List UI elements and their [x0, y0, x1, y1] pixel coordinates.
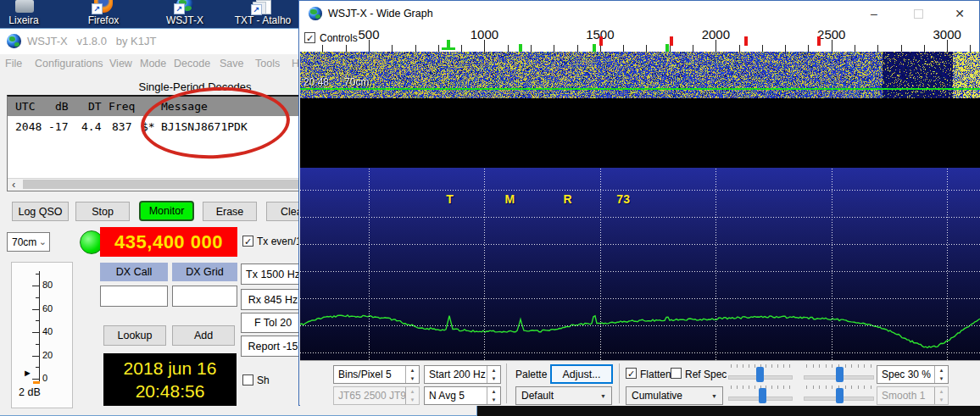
f-tol-spinner[interactable]: F Tol 20: [241, 313, 305, 333]
slider-tick: [858, 364, 859, 368]
dx-call-input[interactable]: [100, 286, 168, 307]
dropdown-arrow-icon: ▼: [711, 393, 717, 399]
time-value: 20:48:56: [136, 380, 205, 402]
window-title: WSJT-X v1.8.0 by K1JT: [27, 35, 156, 47]
slider-tick: [777, 364, 778, 368]
scale-tick: [670, 45, 671, 52]
slider-handle[interactable]: [759, 388, 766, 403]
scroll-left-icon[interactable]: ‹: [12, 178, 15, 191]
slider-tick: [871, 385, 871, 389]
spin-down-icon[interactable]: ▼: [487, 374, 500, 383]
palette-adjust-button[interactable]: Adjust...: [550, 364, 613, 384]
scale-tick: [716, 40, 716, 52]
waterfall-gain-slider[interactable]: [728, 364, 793, 385]
display-mode-dropdown[interactable]: Cumulative ▼: [626, 386, 723, 405]
lookup-button[interactable]: Lookup: [103, 325, 166, 346]
slider-tick: [731, 364, 732, 368]
desktop: Lixeira ↗ Firefox ↗ WSJT-X ↗ TXT - Atalh…: [0, 0, 980, 416]
tx-freq-spinner[interactable]: Tx 1500 Hz: [241, 263, 305, 285]
palette-dropdown[interactable]: Default ▼: [515, 386, 612, 405]
gridline: [300, 352, 980, 353]
menu-tools[interactable]: Tools: [255, 58, 280, 69]
dx-grid-input[interactable]: [172, 286, 237, 307]
sh-checkbox[interactable]: [242, 374, 253, 385]
slider-tick: [743, 385, 743, 389]
stop-button[interactable]: Stop: [75, 202, 130, 221]
close-button[interactable]: ✕: [940, 1, 979, 26]
spectrum-zero-slider[interactable]: [804, 385, 874, 406]
maximize-button[interactable]: [899, 1, 937, 26]
spec-percent-spinner[interactable]: Spec 30 % ▲▼: [877, 365, 949, 384]
menu-mode[interactable]: Mode: [140, 58, 166, 69]
report-spinner[interactable]: Report -15: [241, 336, 305, 357]
bins-pixel-spinner[interactable]: Bins/Pixel 5 ▲▼: [333, 365, 420, 384]
spin-up-icon[interactable]: ▲: [406, 366, 419, 374]
meter-minor-tick: [36, 344, 39, 345]
start-hz-spinner[interactable]: Start 200 Hz ▲▼: [424, 365, 501, 384]
gridline: [716, 168, 716, 360]
slider-tick: [826, 364, 827, 368]
waterfall-zero-slider[interactable]: [804, 364, 874, 385]
spectrum-gain-slider[interactable]: [728, 385, 793, 406]
col-freq: Freq: [109, 100, 135, 113]
menu-file[interactable]: File: [5, 58, 22, 69]
jt65-jt9-split-spinner: JT65 2500 JT9 ▲▼: [333, 386, 420, 405]
start-hz-value: Start 200 Hz: [425, 366, 487, 383]
slider-tick: [731, 385, 732, 389]
meter-tick: [32, 332, 39, 333]
palette-label: Palette: [515, 369, 547, 380]
scale-tick: [808, 45, 809, 52]
slider-tick: [749, 385, 749, 389]
add-button[interactable]: Add: [172, 325, 235, 346]
n-avg-spinner[interactable]: N Avg 5 ▲▼: [424, 386, 501, 405]
spin-up-icon[interactable]: ▲: [935, 366, 948, 374]
menu-save[interactable]: Save: [220, 58, 244, 69]
spin-down-icon[interactable]: ▼: [935, 374, 948, 383]
monitor-button[interactable]: Monitor: [139, 201, 194, 221]
menu-configurations[interactable]: Configurations: [35, 58, 103, 69]
meter-tick: [32, 309, 39, 310]
gridline: [300, 298, 980, 299]
band-select[interactable]: 70cm ⌄: [7, 232, 50, 252]
rx-freq-spinner[interactable]: Rx 845 Hz: [241, 289, 305, 310]
flatten-checkbox[interactable]: ✓: [626, 368, 637, 379]
tx-even-checkbox[interactable]: ✓: [242, 236, 253, 247]
cell-dt: 4.4: [81, 120, 101, 133]
red-marker: [670, 36, 673, 46]
slider-handle[interactable]: [836, 367, 844, 382]
scale-tick: [346, 45, 347, 52]
meter-tick-label: 60: [42, 303, 53, 313]
slider-tick: [826, 385, 827, 389]
frequency-display[interactable]: 435,400 000: [100, 227, 237, 257]
spin-up-icon: ▲: [935, 387, 948, 396]
ref-spec-checkbox[interactable]: [671, 368, 682, 379]
erase-button[interactable]: Erase: [203, 202, 257, 221]
menu-decode[interactable]: Decode: [174, 58, 210, 69]
log-qso-button[interactable]: Log QSO: [12, 202, 69, 221]
scale-tick: [554, 45, 554, 52]
scale-tick: [461, 45, 462, 52]
slider-handle[interactable]: [756, 367, 764, 382]
menu-view[interactable]: View: [109, 58, 132, 69]
meter-minor-tick: [36, 274, 39, 275]
meter-tick-label: 80: [42, 280, 53, 290]
recycle-bin-icon: [15, 0, 34, 13]
waterfall-canvas[interactable]: [300, 52, 980, 98]
slider-tick: [858, 385, 859, 389]
spectrum-plot[interactable]: TMR73: [300, 168, 980, 360]
slider-tick: [806, 385, 807, 389]
spin-up-icon[interactable]: ▲: [487, 366, 500, 374]
spin-down-icon[interactable]: ▼: [487, 396, 500, 404]
slider-tick: [864, 385, 865, 389]
scale-tick: [646, 45, 647, 52]
wide-graph-titlebar[interactable]: WSJT-X - Wide Graph – ✕: [299, 1, 979, 26]
gridline: [300, 190, 980, 191]
minimize-button[interactable]: –: [855, 1, 893, 26]
app-globe-icon: [309, 7, 322, 20]
slider-handle[interactable]: [836, 388, 844, 403]
controls-checkbox[interactable]: ✓: [304, 32, 315, 43]
spin-down-icon[interactable]: ▼: [406, 374, 419, 383]
scale-tick: [415, 45, 416, 52]
spin-up-icon[interactable]: ▲: [487, 387, 500, 396]
green-marker: [593, 44, 596, 52]
